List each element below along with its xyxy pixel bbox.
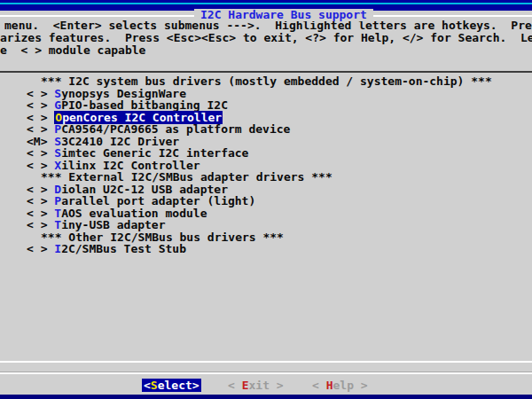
menu-item[interactable]: < >OpenCores I2C Controller [0,112,532,124]
menu-item[interactable]: <M>S3C2410 I2C Driver [0,136,532,148]
button-separator [0,372,532,374]
item-state-prefix: < > [27,147,54,160]
instruction-line: e < > module capable [0,44,532,57]
menu-item[interactable]: < >Simtec Generic I2C interface [0,147,532,160]
item-state-prefix: < > [27,207,54,220]
hotkey-letter: I [54,242,61,255]
item-state-prefix: < > [27,99,54,112]
item-state-prefix: < > [27,160,54,172]
menu-box-bottom-border [0,361,532,363]
item-state-prefix: < > [27,243,54,255]
menu-item[interactable]: < >I2C/SMBus Test Stub [0,243,532,255]
item-state-prefix: < > [27,195,54,207]
menu-item[interactable]: < >GPIO-based bitbanging I2C [0,99,532,112]
menu-item[interactable]: < >TAOS evaluation module [0,207,532,220]
menu-box-top-border [0,71,532,73]
item-state-prefix: <M> [27,136,54,148]
help-button[interactable]: < Help > [312,379,368,392]
item-state-prefix: < > [27,112,54,124]
item-state-prefix: < > [27,184,54,196]
exit-button[interactable]: < Exit > [228,379,284,392]
item-state-prefix: < > [27,88,54,100]
menu-item[interactable]: < >Parallel port adapter (light) [0,195,532,207]
instructions-text: menu. <Enter> selects submenus --->. Hig… [0,20,532,57]
menu-item[interactable]: < >Diolan U2C-12 USB adapter [0,184,532,196]
dialog-title: I2C Hardware Bus support [194,9,373,21]
instruction-line: arizes features. Press <Esc><Esc> to exi… [0,32,532,44]
menuconfig-screen: I2C Hardware Bus support menu. <Enter> s… [0,0,532,399]
hotkey-letter: S [151,379,158,392]
menu-item[interactable]: < >Synopsys DesignWare [0,88,532,100]
config-dialog: I2C Hardware Bus support menu. <Enter> s… [0,11,532,395]
menu-separator: *** I2C system bus drivers (mostly embed… [0,75,532,88]
menu-item[interactable]: < >Xilinx I2C Controller [0,160,532,172]
menu-separator: *** External I2C/SMBus adapter drivers *… [0,171,532,184]
select-button[interactable]: <Select> [142,379,201,392]
button-row: <Select>< Exit >< Help > [0,379,532,393]
hotkey-letter: H [326,379,333,392]
menu-list: *** I2C system bus drivers (mostly embed… [0,75,532,255]
screen-top-rule [0,3,532,4]
instruction-line: menu. <Enter> selects submenus --->. Hig… [4,20,532,32]
item-state-prefix: < > [27,219,54,231]
menu-item-label: GPIO-based bitbanging I2C [54,98,228,112]
menu-item-label: I2C/SMBus Test Stub [54,242,186,255]
screen-bottom-band [0,395,532,399]
menu-item[interactable]: < >Tiny-USB adapter [0,219,532,231]
menu-item[interactable]: < >PCA9564/PCA9665 as platform device [0,123,532,136]
item-state-prefix: < > [27,123,54,136]
menu-separator: *** Other I2C/SMBus bus drivers *** [0,231,532,244]
hotkey-letter: E [242,379,249,392]
